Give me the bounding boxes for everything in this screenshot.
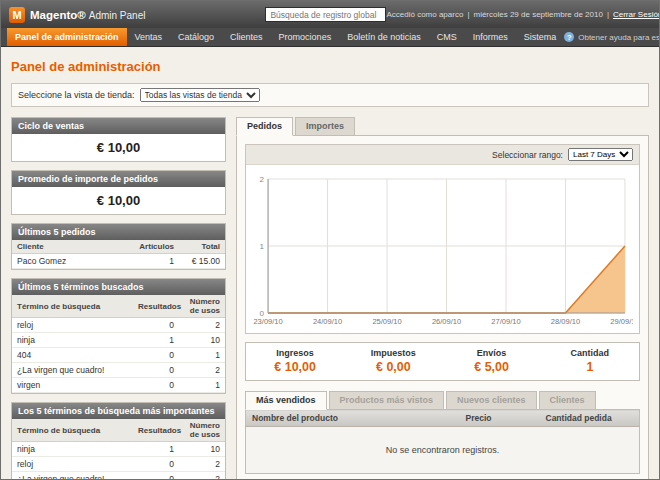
- table-row[interactable]: ninja110: [12, 333, 225, 348]
- stat-label: Envíos: [445, 348, 539, 358]
- header-bar: M Magento®Admin Panel Accedió como aparc…: [1, 1, 659, 28]
- stat-value: € 0,00: [346, 360, 440, 374]
- dashboard-left-column: Ciclo de ventas € 10,00 Promedio de impo…: [11, 117, 226, 480]
- orders-chart: 01223/09/1024/09/1025/09/1026/09/1027/09…: [246, 165, 639, 333]
- nav-item-cms[interactable]: CMS: [429, 28, 465, 46]
- column-header: Precio: [460, 410, 540, 427]
- last-orders-table: Cliente Artículos Total Paco Gomez 1 € 1…: [12, 240, 225, 269]
- page-help-link[interactable]: ? Obtener ayuda para esta página: [564, 28, 660, 46]
- empty-row: No se encontraron registros.: [246, 427, 640, 474]
- top-search-terms-title: Los 5 términos de búsqueda más important…: [12, 403, 225, 419]
- tab-nuevos-clientes[interactable]: Nuevos clientes: [446, 391, 537, 410]
- separator: |: [607, 10, 609, 19]
- stat-impuestos: Impuestos € 0,00: [344, 343, 442, 380]
- top-search-terms-block: Los 5 términos de búsqueda más important…: [11, 402, 226, 480]
- svg-text:25/09/10: 25/09/10: [372, 317, 401, 326]
- column-header: Cliente: [12, 240, 133, 254]
- separator: |: [467, 10, 469, 19]
- stat-label: Impuestos: [346, 348, 440, 358]
- average-orders-block: Promedio de importe de pedidos € 10,00: [11, 170, 226, 215]
- table-row[interactable]: reloj02: [12, 457, 225, 472]
- column-header: Nombre del producto: [246, 410, 460, 427]
- svg-text:26/09/10: 26/09/10: [432, 317, 461, 326]
- store-view-switcher: Seleccione la vista de tienda: Todas las…: [11, 83, 649, 107]
- range-select[interactable]: Last 7 Days: [568, 148, 633, 161]
- last-search-terms-table: Término de búsqueda Resultados Número de…: [12, 295, 225, 393]
- orders-chart-panel: Seleccionar rango: Last 7 Days 01223/09/…: [245, 144, 640, 334]
- svg-text:1: 1: [260, 242, 265, 251]
- range-label: Seleccionar rango:: [492, 150, 563, 160]
- tab-pedidos[interactable]: Pedidos: [236, 117, 293, 136]
- store-view-select[interactable]: Todas las vistas de tienda: [140, 88, 260, 102]
- table-row[interactable]: virgen01: [12, 378, 225, 393]
- table-row[interactable]: ninja110: [12, 442, 225, 457]
- stat-value: € 10,00: [248, 360, 342, 374]
- table-row[interactable]: ¿La virgen que cuadro!02: [12, 363, 225, 378]
- lifetime-sales-value: € 10,00: [12, 134, 225, 161]
- magento-admin-page: M Magento®Admin Panel Accedió como aparc…: [0, 0, 660, 480]
- stat-label: Cantidad: [543, 348, 637, 358]
- dashboard-main-panel: Seleccionar rango: Last 7 Days 01223/09/…: [236, 135, 649, 480]
- orders-amounts-tabs: Pedidos Importes: [236, 117, 649, 136]
- products-tabs: Más vendidos Productos más vistos Nuevos…: [245, 391, 640, 410]
- column-header: Número de usos: [179, 295, 225, 318]
- column-header: Cantidad pedida: [540, 410, 640, 427]
- magento-logo[interactable]: M Magento®Admin Panel: [9, 7, 145, 23]
- nav-item-clientes[interactable]: Clientes: [222, 28, 271, 46]
- help-icon: ?: [564, 32, 574, 42]
- nav-item-panel-administracion[interactable]: Panel de administración: [7, 28, 127, 46]
- nav-item-sistema[interactable]: Sistema: [516, 28, 565, 46]
- nav-item-informes[interactable]: Informes: [465, 28, 516, 46]
- logged-in-text: Accedió como aparco: [386, 10, 463, 19]
- table-row[interactable]: 40401: [12, 348, 225, 363]
- svg-text:27/09/10: 27/09/10: [491, 317, 520, 326]
- store-view-label: Seleccione la vista de tienda:: [18, 90, 135, 100]
- magento-logo-text: Magento®Admin Panel: [30, 9, 145, 21]
- content-area: Panel de administración Seleccione la vi…: [1, 47, 659, 480]
- svg-text:29/09/10: 29/09/10: [610, 317, 633, 326]
- dashboard-right-column: Pedidos Importes Seleccionar rango: Last…: [236, 117, 649, 480]
- magento-logo-icon: M: [9, 7, 25, 23]
- column-header: Resultados: [133, 295, 179, 318]
- last-search-terms-block: Últimos 5 términos buscados Término de b…: [11, 278, 226, 394]
- nav-item-promociones[interactable]: Promociones: [271, 28, 340, 46]
- empty-message: No se encontraron registros.: [246, 427, 640, 474]
- column-header: Término de búsqueda: [12, 295, 133, 318]
- tab-clientes[interactable]: Clientes: [539, 391, 596, 410]
- logout-link[interactable]: Cerrar Sesión: [613, 10, 660, 19]
- stat-ingresos: Ingresos € 10,00: [246, 343, 344, 380]
- column-header: Total: [179, 240, 225, 254]
- page-title: Panel de administración: [11, 59, 649, 74]
- help-label: Obtener ayuda para esta página: [578, 33, 660, 42]
- svg-text:23/09/10: 23/09/10: [253, 317, 282, 326]
- totals-bar: Ingresos € 10,00 Impuestos € 0,00 Envíos…: [245, 342, 640, 381]
- table-row[interactable]: ¿La virgen que cuadro!02: [12, 472, 225, 480]
- column-header: Número de usos: [179, 419, 225, 442]
- nav-item-boletin[interactable]: Boletín de noticias: [339, 28, 429, 46]
- stat-value: € 5,00: [445, 360, 539, 374]
- tab-importes[interactable]: Importes: [295, 117, 355, 136]
- column-header: Término de búsqueda: [12, 419, 133, 442]
- last-search-terms-title: Últimos 5 términos buscados: [12, 279, 225, 295]
- table-row[interactable]: Paco Gomez 1 € 15.00: [12, 254, 225, 269]
- svg-text:24/09/10: 24/09/10: [313, 317, 342, 326]
- last-orders-title: Últimos 5 pedidos: [12, 224, 225, 240]
- svg-text:2: 2: [260, 175, 265, 184]
- table-row[interactable]: reloj02: [12, 318, 225, 333]
- orders-chart-svg: 01223/09/1024/09/1025/09/1026/09/1027/09…: [252, 171, 633, 331]
- nav-item-catalogo[interactable]: Catálogo: [170, 28, 222, 46]
- top-search-terms-table: Término de búsqueda Resultados Número de…: [12, 419, 225, 480]
- stat-label: Ingresos: [248, 348, 342, 358]
- tab-productos-mas-vistos[interactable]: Productos más vistos: [329, 391, 445, 410]
- tab-mas-vendidos[interactable]: Más vendidos: [245, 391, 327, 410]
- svg-text:28/09/10: 28/09/10: [551, 317, 580, 326]
- nav-item-ventas[interactable]: Ventas: [127, 28, 171, 46]
- last-orders-block: Últimos 5 pedidos Cliente Artículos Tota…: [11, 223, 226, 270]
- average-orders-value: € 10,00: [12, 187, 225, 214]
- average-orders-title: Promedio de importe de pedidos: [12, 171, 225, 187]
- range-selector-row: Seleccionar rango: Last 7 Days: [246, 145, 639, 165]
- global-search-input[interactable]: [265, 7, 386, 22]
- lifetime-sales-block: Ciclo de ventas € 10,00: [11, 117, 226, 162]
- stat-value: 1: [543, 360, 637, 374]
- column-header: Artículos: [133, 240, 179, 254]
